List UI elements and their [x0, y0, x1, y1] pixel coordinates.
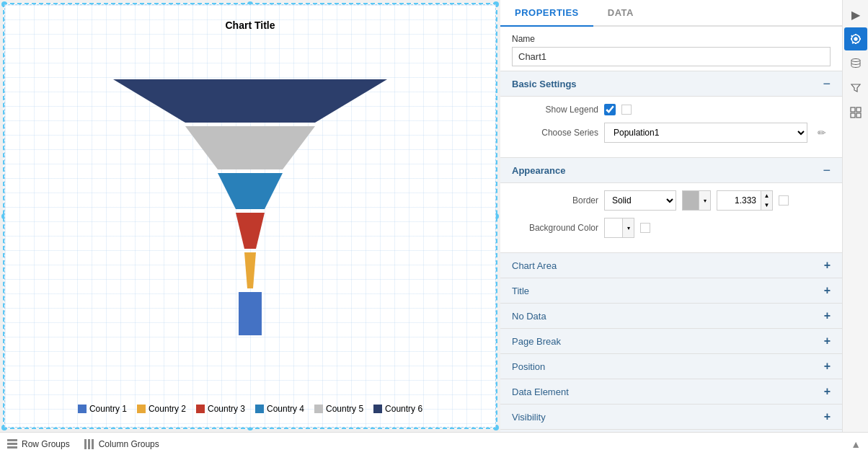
- legend-item-4: Country 4: [255, 404, 304, 414]
- show-legend-checkbox[interactable]: [604, 104, 616, 115]
- funnel-layer-5: [185, 126, 315, 169]
- background-color-row: Background Color ▾: [512, 218, 831, 238]
- data-element-label: Data Element: [512, 386, 569, 397]
- legend-item-1: Country 1: [78, 404, 127, 414]
- legend-label-4: Country 4: [267, 404, 304, 414]
- series-dropdown[interactable]: Population1: [604, 123, 807, 143]
- no-data-label: No Data: [512, 311, 546, 322]
- legend-color-6: [373, 405, 382, 413]
- right-panel: PROPERTIES DATA Name Basic Settings −: [500, 0, 868, 432]
- background-color-label: Background Color: [512, 223, 598, 233]
- background-color-arrow: ▾: [622, 218, 634, 237]
- background-color-picker[interactable]: ▾: [604, 218, 634, 238]
- row-groups-icon: [7, 439, 17, 449]
- data-element-section[interactable]: Data Element +: [500, 379, 842, 404]
- panel-content: Name Basic Settings − Show Legend: [500, 27, 842, 432]
- settings-icon-button[interactable]: [844, 27, 867, 50]
- show-legend-label: Show Legend: [512, 105, 598, 115]
- legend-color-1: [78, 405, 87, 413]
- expand-sidebar-button[interactable]: ▶: [844, 3, 867, 26]
- border-width-up[interactable]: ▲: [761, 191, 772, 200]
- series-edit-button[interactable]: ✏: [813, 124, 831, 141]
- legend-color-3: [196, 405, 205, 413]
- choose-series-row: Choose Series Population1 ✏: [512, 123, 831, 143]
- legend-item-6: Country 6: [373, 404, 422, 414]
- border-width-down[interactable]: ▼: [761, 200, 772, 210]
- svg-rect-11: [92, 439, 94, 449]
- show-legend-extra-checkbox[interactable]: [621, 105, 632, 115]
- page-break-plus: +: [824, 335, 831, 348]
- border-width-input: ▲ ▼: [717, 190, 773, 211]
- tab-bar: PROPERTIES DATA: [500, 0, 842, 27]
- funnel-layer-6: [113, 79, 387, 123]
- border-width-field[interactable]: [717, 191, 761, 210]
- filter-icon: [850, 82, 862, 94]
- appearance-header[interactable]: Appearance −: [500, 157, 842, 183]
- no-data-section[interactable]: No Data +: [500, 303, 842, 328]
- bottom-bar: Row Groups Column Groups ▲: [0, 432, 868, 455]
- layout-icon-button[interactable]: [844, 101, 867, 124]
- settings-icon: [850, 33, 862, 45]
- svg-rect-10: [88, 439, 90, 449]
- title-section[interactable]: Title +: [500, 278, 842, 303]
- title-label: Title: [512, 286, 529, 296]
- visibility-plus: +: [824, 410, 831, 423]
- column-groups-label: Column Groups: [99, 439, 159, 449]
- svg-rect-2: [851, 107, 855, 112]
- column-groups-item: Column Groups: [84, 439, 159, 449]
- row-groups-item: Row Groups: [7, 439, 70, 449]
- chart-area-section[interactable]: Chart Area +: [500, 252, 842, 278]
- basic-settings-header[interactable]: Basic Settings −: [500, 71, 842, 97]
- position-section[interactable]: Position +: [500, 353, 842, 379]
- name-label: Name: [512, 34, 831, 44]
- collapse-bottom-button[interactable]: ▲: [851, 438, 861, 450]
- border-color-picker[interactable]: ▾: [682, 190, 711, 211]
- legend-item-2: Country 2: [137, 404, 186, 414]
- basic-settings-label: Basic Settings: [512, 79, 577, 89]
- funnel-layer-4: [218, 173, 283, 209]
- svg-rect-4: [851, 113, 855, 118]
- name-section: Name: [500, 27, 842, 71]
- column-groups-icon: [84, 439, 94, 449]
- border-style-dropdown[interactable]: Solid: [604, 190, 676, 211]
- svg-rect-9: [84, 439, 87, 449]
- bottom-bar-right: ▲: [851, 438, 861, 450]
- visibility-section[interactable]: Visibility +: [500, 404, 842, 429]
- icon-sidebar: ▶: [842, 0, 868, 432]
- name-input[interactable]: [512, 47, 831, 66]
- title-plus: +: [824, 284, 831, 297]
- page-break-section[interactable]: Page Break +: [500, 328, 842, 353]
- border-label: Border: [512, 195, 598, 206]
- page-break-label: Page Break: [512, 336, 561, 347]
- chart-inner: Chart Title: [4, 4, 496, 428]
- legend-color-2: [137, 405, 146, 413]
- funnel-layer-1: [239, 292, 262, 335]
- properties-panel: PROPERTIES DATA Name Basic Settings −: [500, 0, 842, 432]
- legend-item-3: Country 3: [196, 404, 245, 414]
- basic-settings-toggle: −: [823, 77, 831, 90]
- border-color-arrow: ▾: [699, 191, 710, 210]
- visibility-label: Visibility: [512, 412, 546, 423]
- legend-label-5: Country 5: [326, 404, 363, 414]
- position-plus: +: [824, 360, 831, 373]
- legend-item-5: Country 5: [314, 404, 363, 414]
- database-icon-button[interactable]: [844, 52, 867, 75]
- chart-area-label: Chart Area: [512, 260, 557, 271]
- legend-color-4: [255, 405, 264, 413]
- tab-data[interactable]: DATA: [593, 0, 648, 27]
- border-checkbox[interactable]: [779, 195, 789, 206]
- chart-area-plus: +: [824, 259, 831, 272]
- border-width-spinners: ▲ ▼: [761, 191, 772, 210]
- legend-color-5: [314, 405, 323, 413]
- position-label: Position: [512, 361, 545, 372]
- show-legend-row: Show Legend: [512, 104, 831, 115]
- legend-label-6: Country 6: [385, 404, 422, 414]
- data-element-plus: +: [824, 385, 831, 398]
- filter-icon-button[interactable]: [844, 76, 867, 100]
- appearance-toggle: −: [823, 164, 831, 177]
- no-data-plus: +: [824, 309, 831, 322]
- svg-rect-7: [7, 443, 17, 445]
- appearance-label: Appearance: [512, 165, 565, 176]
- background-color-checkbox[interactable]: [640, 223, 650, 233]
- tab-properties[interactable]: PROPERTIES: [500, 0, 593, 27]
